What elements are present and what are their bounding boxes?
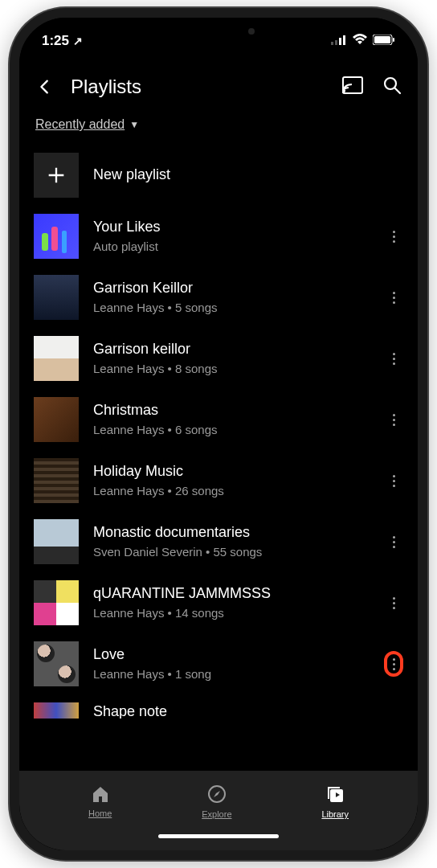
wifi-icon xyxy=(352,33,368,49)
more-button[interactable] xyxy=(384,407,403,432)
more-button-highlighted[interactable] xyxy=(384,651,403,677)
more-button[interactable] xyxy=(384,285,403,310)
playlist-subtitle: Leanne Hays • 26 songs xyxy=(93,482,370,499)
playlist-title: Garrison keillor xyxy=(93,340,370,358)
cellular-icon xyxy=(331,33,347,49)
home-indicator[interactable] xyxy=(158,834,279,838)
playlist-row[interactable]: Monastic documentaries Sven Daniel Sever… xyxy=(34,511,403,572)
playlist-row[interactable]: Shape note xyxy=(34,694,403,719)
playlist-thumb xyxy=(34,458,79,503)
search-icon[interactable] xyxy=(382,76,402,98)
svg-line-10 xyxy=(394,88,400,93)
playlist-thumb xyxy=(34,336,79,381)
playlist-subtitle: Auto playlist xyxy=(93,238,370,255)
playlist-title: Your Likes xyxy=(93,218,370,236)
playlist-row[interactable]: Holiday Music Leanne Hays • 26 songs xyxy=(34,450,403,511)
playlist-subtitle: Leanne Hays • 8 songs xyxy=(93,360,370,377)
bottom-nav: Home Explore Library xyxy=(19,770,418,828)
status-time: 1:25 xyxy=(42,33,69,49)
svg-rect-2 xyxy=(339,38,341,45)
playlist-row[interactable]: qUARANTINE JAMMMSSS Leanne Hays • 14 son… xyxy=(34,572,403,633)
playlist-thumb xyxy=(34,275,79,320)
nav-library[interactable]: Library xyxy=(321,784,349,819)
chevron-down-icon: ▼ xyxy=(129,119,139,130)
playlist-thumb xyxy=(34,580,79,625)
more-button[interactable] xyxy=(384,223,403,249)
playlist-row[interactable]: Your Likes Auto playlist xyxy=(34,206,403,267)
playlist-row[interactable]: Love Leanne Hays • 1 song xyxy=(34,633,403,694)
compass-icon xyxy=(207,784,227,807)
back-button[interactable] xyxy=(35,77,55,96)
playlist-row[interactable]: Garrison keillor Leanne Hays • 8 songs xyxy=(34,328,403,389)
svg-rect-5 xyxy=(374,36,390,43)
sort-selector[interactable]: Recently added ▼ xyxy=(19,111,418,145)
playlist-subtitle: Leanne Hays • 6 songs xyxy=(93,421,370,438)
playlist-subtitle: Leanne Hays • 14 songs xyxy=(93,604,370,621)
page-title: Playlists xyxy=(71,76,329,98)
more-button[interactable] xyxy=(384,529,403,555)
new-playlist-label: New playlist xyxy=(93,166,403,184)
playlist-title: Garrison Keillor xyxy=(93,279,370,297)
playlist-list: New playlist Your Likes Auto playlist Ga… xyxy=(19,145,418,770)
new-playlist-row[interactable]: New playlist xyxy=(34,145,403,206)
svg-rect-0 xyxy=(331,42,333,45)
location-icon: ↗ xyxy=(73,35,83,47)
playlist-title: Love xyxy=(93,645,370,664)
cast-icon[interactable] xyxy=(342,76,363,97)
playlist-subtitle: Leanne Hays • 5 songs xyxy=(93,299,370,316)
svg-point-8 xyxy=(343,92,345,94)
app-header: Playlists xyxy=(19,56,418,111)
playlist-subtitle: Sven Daniel Severin • 55 songs xyxy=(93,543,370,560)
nav-home[interactable]: Home xyxy=(88,785,112,818)
svg-rect-3 xyxy=(343,35,345,45)
nav-explore[interactable]: Explore xyxy=(202,784,231,819)
library-icon xyxy=(325,784,345,807)
more-button[interactable] xyxy=(384,346,403,371)
playlist-thumb xyxy=(34,641,79,686)
more-button[interactable] xyxy=(384,590,403,616)
battery-icon xyxy=(373,33,395,49)
notch xyxy=(138,18,299,43)
home-icon xyxy=(91,785,110,806)
playlist-thumb xyxy=(34,397,79,442)
playlist-title: Christmas xyxy=(93,401,370,420)
phone-frame: 1:25 ↗ Playlists xyxy=(10,8,427,860)
playlist-subtitle: Leanne Hays • 1 song xyxy=(93,665,370,682)
playlist-thumb xyxy=(34,519,79,564)
playlist-row[interactable]: Garrison Keillor Leanne Hays • 5 songs xyxy=(34,267,403,328)
playlist-thumb xyxy=(34,702,79,719)
svg-rect-6 xyxy=(393,38,394,42)
svg-rect-1 xyxy=(335,40,337,45)
playlist-row[interactable]: Christmas Leanne Hays • 6 songs xyxy=(34,389,403,450)
playlist-title: Shape note xyxy=(93,702,403,719)
playlist-title: Monastic documentaries xyxy=(93,523,370,542)
playlist-title: Holiday Music xyxy=(93,462,370,481)
home-indicator-area xyxy=(19,828,418,850)
plus-icon xyxy=(34,153,79,198)
playlist-title: qUARANTINE JAMMMSSS xyxy=(93,584,370,603)
playlist-thumb xyxy=(34,214,79,259)
sort-label: Recently added xyxy=(35,117,125,132)
more-button[interactable] xyxy=(384,468,403,493)
